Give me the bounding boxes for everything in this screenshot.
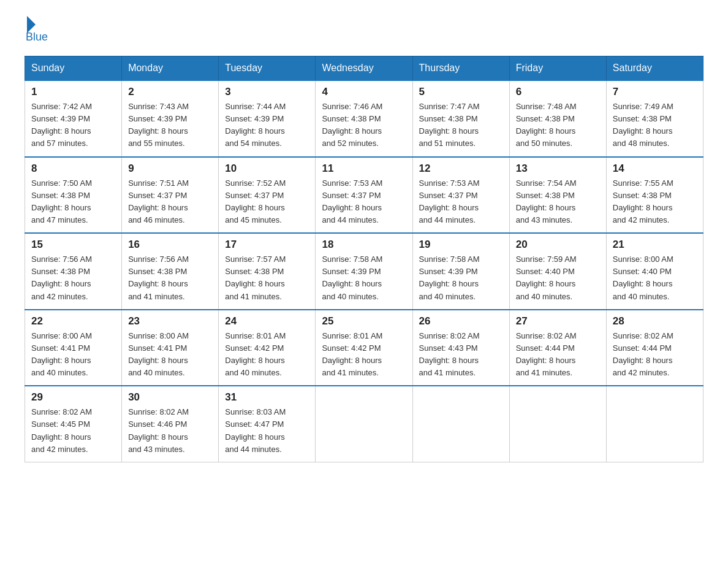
day-info: Sunrise: 7:57 AMSunset: 4:38 PMDaylight:… xyxy=(225,253,309,303)
table-row: 31 Sunrise: 8:03 AMSunset: 4:47 PMDaylig… xyxy=(219,386,316,462)
day-info: Sunrise: 7:47 AMSunset: 4:38 PMDaylight:… xyxy=(419,101,503,150)
calendar-week-row: 8 Sunrise: 7:50 AMSunset: 4:38 PMDayligh… xyxy=(25,157,703,234)
day-number: 19 xyxy=(419,239,503,251)
table-row: 21 Sunrise: 8:00 AMSunset: 4:40 PMDaylig… xyxy=(606,233,703,310)
day-info: Sunrise: 7:48 AMSunset: 4:38 PMDaylight:… xyxy=(516,101,600,150)
day-number: 21 xyxy=(613,239,697,251)
day-number: 18 xyxy=(322,239,406,251)
table-row: 10 Sunrise: 7:52 AMSunset: 4:37 PMDaylig… xyxy=(219,157,316,234)
table-row: 13 Sunrise: 7:54 AMSunset: 4:38 PMDaylig… xyxy=(509,157,606,234)
table-row: 24 Sunrise: 8:01 AMSunset: 4:42 PMDaylig… xyxy=(219,310,316,386)
day-number: 9 xyxy=(128,163,212,175)
calendar-week-row: 22 Sunrise: 8:00 AMSunset: 4:41 PMDaylig… xyxy=(25,310,703,386)
day-info: Sunrise: 7:42 AMSunset: 4:39 PMDaylight:… xyxy=(31,101,115,150)
table-row: 4 Sunrise: 7:46 AMSunset: 4:38 PMDayligh… xyxy=(316,80,412,157)
header-thursday: Thursday xyxy=(412,56,509,81)
day-info: Sunrise: 7:56 AMSunset: 4:38 PMDaylight:… xyxy=(31,253,115,303)
day-number: 16 xyxy=(128,239,212,251)
day-info: Sunrise: 7:59 AMSunset: 4:40 PMDaylight:… xyxy=(516,253,600,303)
day-info: Sunrise: 7:52 AMSunset: 4:37 PMDaylight:… xyxy=(225,177,309,227)
day-number: 5 xyxy=(419,86,503,98)
table-row: 17 Sunrise: 7:57 AMSunset: 4:38 PMDaylig… xyxy=(219,233,316,310)
table-row: 6 Sunrise: 7:48 AMSunset: 4:38 PMDayligh… xyxy=(509,80,606,157)
table-row xyxy=(606,386,703,462)
calendar-table: Sunday Monday Tuesday Wednesday Thursday… xyxy=(25,56,703,462)
table-row xyxy=(316,386,412,462)
day-number: 2 xyxy=(128,86,212,98)
day-info: Sunrise: 7:51 AMSunset: 4:37 PMDaylight:… xyxy=(128,177,212,227)
day-info: Sunrise: 8:00 AMSunset: 4:41 PMDaylight:… xyxy=(128,330,212,380)
day-info: Sunrise: 7:54 AMSunset: 4:38 PMDaylight:… xyxy=(516,177,600,227)
table-row: 18 Sunrise: 7:58 AMSunset: 4:39 PMDaylig… xyxy=(316,233,412,310)
table-row: 27 Sunrise: 8:02 AMSunset: 4:44 PMDaylig… xyxy=(509,310,606,386)
day-number: 28 xyxy=(613,315,697,327)
day-number: 3 xyxy=(225,86,309,98)
table-row: 22 Sunrise: 8:00 AMSunset: 4:41 PMDaylig… xyxy=(25,310,122,386)
table-row: 5 Sunrise: 7:47 AMSunset: 4:38 PMDayligh… xyxy=(412,80,509,157)
calendar-week-row: 15 Sunrise: 7:56 AMSunset: 4:38 PMDaylig… xyxy=(25,233,703,310)
header-tuesday: Tuesday xyxy=(219,56,316,81)
calendar-week-row: 1 Sunrise: 7:42 AMSunset: 4:39 PMDayligh… xyxy=(25,80,703,157)
table-row: 9 Sunrise: 7:51 AMSunset: 4:37 PMDayligh… xyxy=(122,157,219,234)
table-row: 23 Sunrise: 8:00 AMSunset: 4:41 PMDaylig… xyxy=(122,310,219,386)
day-number: 20 xyxy=(516,239,600,251)
day-info: Sunrise: 7:49 AMSunset: 4:38 PMDaylight:… xyxy=(613,101,697,150)
logo: Blue xyxy=(25,18,48,44)
page-header: Blue xyxy=(25,18,703,44)
table-row: 28 Sunrise: 8:02 AMSunset: 4:44 PMDaylig… xyxy=(606,310,703,386)
day-info: Sunrise: 8:01 AMSunset: 4:42 PMDaylight:… xyxy=(322,330,406,380)
day-number: 31 xyxy=(225,391,309,404)
day-info: Sunrise: 8:00 AMSunset: 4:40 PMDaylight:… xyxy=(613,253,697,303)
day-info: Sunrise: 7:58 AMSunset: 4:39 PMDaylight:… xyxy=(419,253,503,303)
day-number: 26 xyxy=(419,315,503,327)
day-number: 7 xyxy=(613,86,697,98)
header-wednesday: Wednesday xyxy=(316,56,412,81)
day-number: 11 xyxy=(322,163,406,175)
day-number: 23 xyxy=(128,315,212,327)
table-row xyxy=(509,386,606,462)
day-info: Sunrise: 8:02 AMSunset: 4:45 PMDaylight:… xyxy=(31,406,115,456)
day-number: 24 xyxy=(225,315,309,327)
day-info: Sunrise: 8:00 AMSunset: 4:41 PMDaylight:… xyxy=(31,330,115,380)
calendar-header-row: Sunday Monday Tuesday Wednesday Thursday… xyxy=(25,56,703,81)
day-info: Sunrise: 8:01 AMSunset: 4:42 PMDaylight:… xyxy=(225,330,309,380)
table-row: 14 Sunrise: 7:55 AMSunset: 4:38 PMDaylig… xyxy=(606,157,703,234)
table-row: 30 Sunrise: 8:02 AMSunset: 4:46 PMDaylig… xyxy=(122,386,219,462)
day-info: Sunrise: 8:03 AMSunset: 4:47 PMDaylight:… xyxy=(225,406,309,456)
calendar-week-row: 29 Sunrise: 8:02 AMSunset: 4:45 PMDaylig… xyxy=(25,386,703,462)
day-number: 30 xyxy=(128,391,212,404)
header-friday: Friday xyxy=(509,56,606,81)
table-row: 1 Sunrise: 7:42 AMSunset: 4:39 PMDayligh… xyxy=(25,80,122,157)
header-saturday: Saturday xyxy=(606,56,703,81)
day-info: Sunrise: 7:55 AMSunset: 4:38 PMDaylight:… xyxy=(613,177,697,227)
day-number: 22 xyxy=(31,315,115,327)
day-number: 29 xyxy=(31,391,115,404)
day-number: 15 xyxy=(31,239,115,251)
day-info: Sunrise: 7:44 AMSunset: 4:39 PMDaylight:… xyxy=(225,101,309,150)
day-info: Sunrise: 8:02 AMSunset: 4:43 PMDaylight:… xyxy=(419,330,503,380)
day-info: Sunrise: 8:02 AMSunset: 4:44 PMDaylight:… xyxy=(613,330,697,380)
day-info: Sunrise: 7:50 AMSunset: 4:38 PMDaylight:… xyxy=(31,177,115,227)
table-row: 25 Sunrise: 8:01 AMSunset: 4:42 PMDaylig… xyxy=(316,310,412,386)
day-number: 4 xyxy=(322,86,406,98)
table-row xyxy=(412,386,509,462)
day-number: 6 xyxy=(516,86,600,98)
table-row: 20 Sunrise: 7:59 AMSunset: 4:40 PMDaylig… xyxy=(509,233,606,310)
table-row: 3 Sunrise: 7:44 AMSunset: 4:39 PMDayligh… xyxy=(219,80,316,157)
table-row: 15 Sunrise: 7:56 AMSunset: 4:38 PMDaylig… xyxy=(25,233,122,310)
day-info: Sunrise: 7:53 AMSunset: 4:37 PMDaylight:… xyxy=(419,177,503,227)
day-number: 17 xyxy=(225,239,309,251)
day-info: Sunrise: 8:02 AMSunset: 4:44 PMDaylight:… xyxy=(516,330,600,380)
table-row: 12 Sunrise: 7:53 AMSunset: 4:37 PMDaylig… xyxy=(412,157,509,234)
table-row: 11 Sunrise: 7:53 AMSunset: 4:37 PMDaylig… xyxy=(316,157,412,234)
day-info: Sunrise: 7:46 AMSunset: 4:38 PMDaylight:… xyxy=(322,101,406,150)
table-row: 2 Sunrise: 7:43 AMSunset: 4:39 PMDayligh… xyxy=(122,80,219,157)
day-info: Sunrise: 7:53 AMSunset: 4:37 PMDaylight:… xyxy=(322,177,406,227)
table-row: 29 Sunrise: 8:02 AMSunset: 4:45 PMDaylig… xyxy=(25,386,122,462)
logo-subtitle: Blue xyxy=(26,31,48,44)
day-number: 8 xyxy=(31,163,115,175)
day-number: 27 xyxy=(516,315,600,327)
day-number: 1 xyxy=(31,86,115,98)
table-row: 7 Sunrise: 7:49 AMSunset: 4:38 PMDayligh… xyxy=(606,80,703,157)
day-info: Sunrise: 7:43 AMSunset: 4:39 PMDaylight:… xyxy=(128,101,212,150)
